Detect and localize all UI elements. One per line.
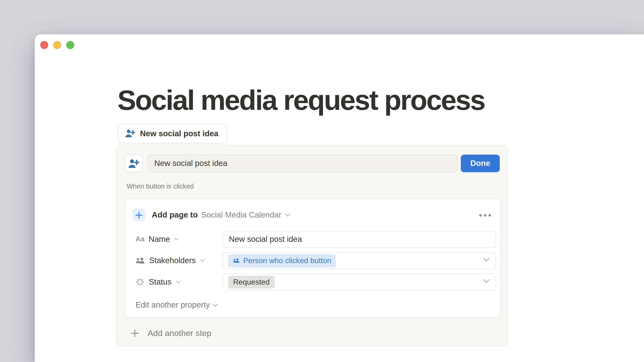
plus-icon	[130, 329, 139, 338]
edit-another-property-button[interactable]: Edit another property	[136, 300, 218, 311]
person-add-icon	[128, 158, 140, 169]
text-icon: Aa	[136, 235, 144, 244]
status-icon	[136, 277, 145, 287]
page-title: Social media request process	[118, 81, 485, 119]
property-label: Status	[149, 277, 172, 287]
person-chip-label: Person who clicked button	[243, 256, 331, 265]
minimize-button[interactable]	[53, 41, 62, 49]
property-row-name: Aa Name New social post idea	[126, 231, 500, 248]
ellipsis-icon	[488, 214, 491, 217]
property-row-status: Status Requested	[126, 274, 500, 291]
status-chip[interactable]: Requested	[228, 276, 275, 289]
add-page-icon	[132, 209, 145, 221]
window-controls	[40, 41, 74, 49]
zoom-button[interactable]	[66, 41, 74, 49]
button-icon-picker[interactable]	[125, 155, 142, 172]
property-select-stakeholders[interactable]: Stakeholders	[136, 252, 205, 269]
people-icon	[136, 256, 145, 265]
name-value-input[interactable]: New social post idea	[223, 231, 496, 248]
chevron-down-icon	[176, 280, 180, 284]
property-label: Stakeholders	[149, 256, 196, 265]
trigger-label: When button is clicked	[126, 183, 194, 190]
edit-another-property-label: Edit another property	[136, 301, 210, 310]
chevron-down-icon	[483, 258, 490, 262]
person-chip[interactable]: Person who clicked button	[228, 254, 336, 267]
name-value: New social post idea	[223, 235, 302, 244]
property-select-status[interactable]: Status	[136, 274, 181, 291]
chevron-down-icon	[284, 213, 290, 217]
action-card: Add page to Social Media Calendar	[125, 199, 500, 318]
add-another-step-label: Add another step	[148, 328, 212, 338]
desktop-background: Social media request process New social …	[0, 0, 644, 362]
button-config-panel: New social post idea Done When button is…	[116, 145, 508, 346]
button-label: New social post idea	[140, 129, 218, 138]
done-button[interactable]: Done	[461, 155, 500, 172]
action-card-header: Add page to Social Media Calendar	[132, 209, 290, 221]
target-database-label: Social Media Calendar	[201, 210, 281, 220]
status-value-select[interactable]: Requested	[223, 274, 496, 291]
property-row-stakeholders: Stakeholders	[126, 252, 500, 269]
new-social-post-idea-button[interactable]: New social post idea	[118, 124, 227, 143]
status-chip-label: Requested	[233, 278, 270, 286]
people-icon	[233, 257, 240, 264]
chevron-down-icon	[213, 303, 218, 307]
ellipsis-icon	[484, 214, 486, 217]
chevron-down-icon	[483, 279, 490, 283]
target-database-select[interactable]: Social Media Calendar	[201, 210, 290, 220]
app-window: Social media request process New social …	[35, 34, 644, 362]
stakeholders-value-select[interactable]: Person who clicked button	[223, 252, 496, 269]
property-select-name[interactable]: Aa Name	[136, 231, 179, 248]
close-button[interactable]	[40, 41, 48, 49]
chevron-down-icon	[174, 238, 179, 241]
more-options-button[interactable]	[478, 213, 493, 218]
action-label: Add page to	[152, 210, 198, 220]
person-add-icon	[125, 129, 136, 138]
button-name-value: New social post idea	[154, 159, 228, 168]
button-name-input[interactable]: New social post idea	[148, 155, 458, 172]
add-another-step-button[interactable]: Add another step	[130, 327, 212, 339]
ellipsis-icon	[479, 214, 482, 217]
property-label: Name	[149, 235, 170, 244]
chevron-down-icon	[200, 259, 205, 262]
